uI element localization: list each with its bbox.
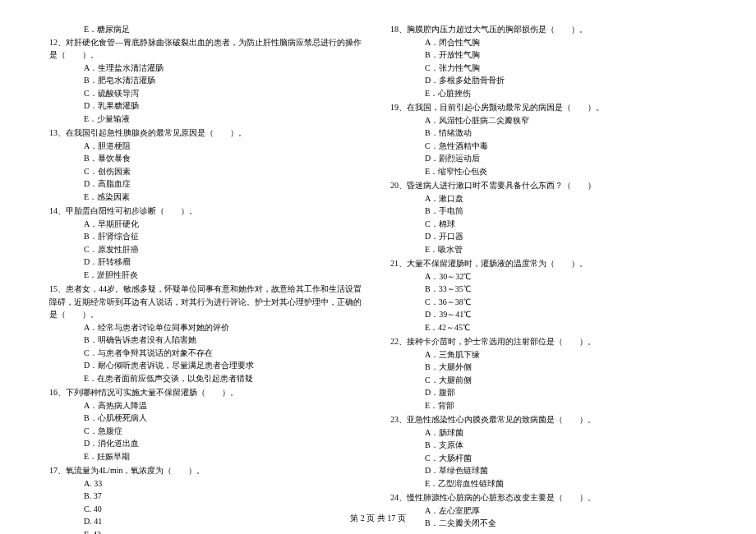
question-14: 14、甲胎蛋白阳性可初步诊断（ ）。 A．早期肝硬化 B．肝肾综合征 C．原发性… xyxy=(49,205,366,281)
question-22: 22、接种卡介苗时，护士常选用的注射部位是（ ）。 A．三角肌下缘 B．大腿外侧… xyxy=(390,335,707,412)
page-footer: 第 2 页 共 17 页 xyxy=(0,513,756,524)
q20-option-c: C．棉球 xyxy=(390,218,707,231)
q22-option-b: B．大腿外侧 xyxy=(390,361,707,374)
q13-option-c: C．创伤因素 xyxy=(49,165,366,178)
q21-option-e: E．42～45℃ xyxy=(390,321,707,334)
question-13: 13、在我国引起急性胰腺炎的最常见原因是（ ）。 A．胆道梗阻 B．暴饮暴食 C… xyxy=(49,127,366,203)
q22-option-a: A．三角肌下缘 xyxy=(390,348,707,361)
q19-option-d: D．剧烈运动后 xyxy=(390,152,707,165)
q19-stem: 19、在我国，目前引起心房颤动最常见的病因是（ ）。 xyxy=(390,101,707,114)
q19-option-a: A．风湿性心脏病二尖瓣狭窄 xyxy=(390,114,707,127)
q13-option-d: D．高脂血症 xyxy=(49,177,366,191)
q12-stem: 12、对肝硬化食管—胃底静脉曲张破裂出血的患者，为防止肝性脑病应禁忌进行的操作是… xyxy=(49,36,366,62)
q18-stem: 18、胸膜腔内压力超过大气压的胸部损伤是（ ）。 xyxy=(390,23,707,36)
question-23: 23、亚急性感染性心内膜炎最常见的致病菌是（ ）。 A．肠球菌 B．支原体 C．… xyxy=(390,413,707,490)
q23-option-a: A．肠球菌 xyxy=(390,426,707,440)
q16-option-d: D．消化道出血 xyxy=(49,437,366,450)
q14-option-a: A．早期肝硬化 xyxy=(49,218,366,231)
q16-option-e: E．妊娠早期 xyxy=(49,450,366,463)
q17-option-e: E. 43 xyxy=(49,528,366,535)
q23-option-c: C．大肠杆菌 xyxy=(390,452,707,465)
q20-option-e: E．吸水管 xyxy=(390,243,707,256)
q15-option-b: B．明确告诉患者没有人陷害她 xyxy=(49,334,366,347)
question-21: 21、大量不保留灌肠时，灌肠液的温度常为（ ）。 A．30～32℃ B．33～3… xyxy=(390,257,707,334)
q15-option-a: A．经常与患者讨论单位同事对她的评价 xyxy=(49,321,366,334)
q18-option-e: E．心脏挫伤 xyxy=(390,87,707,100)
q14-option-d: D．肝转移瘤 xyxy=(49,255,366,269)
q15-option-e: E．在患者面前应低声交谈，以免引起患者猜疑 xyxy=(49,372,366,385)
q12-option-d: D．乳果糖灌肠 xyxy=(49,99,366,113)
q20-stem: 20、昏迷病人进行漱口时不需要具备什么东西？（ ） xyxy=(390,179,707,192)
q15-option-d: D．耐心倾听患者诉说，尽量满足患者合理要求 xyxy=(49,359,366,372)
q16-option-b: B．心肌梗死病人 xyxy=(49,412,366,425)
q19-option-b: B．情绪激动 xyxy=(390,127,707,140)
q13-stem: 13、在我国引起急性胰腺炎的最常见原因是（ ）。 xyxy=(49,127,366,140)
left-column: E．糖尿病足 12、对肝硬化食管—胃底静脉曲张破裂出血的患者，为防止肝性脑病应禁… xyxy=(49,23,366,476)
question-16: 16、下列哪种情况可实施大量不保留灌肠（ ）。 A．高热病人降温 B．心肌梗死病… xyxy=(49,386,366,463)
q22-option-e: E．背部 xyxy=(390,399,707,412)
q20-option-d: D．开口器 xyxy=(390,230,707,243)
q17-option-b: B. 37 xyxy=(49,490,366,503)
q17-stem: 17、氧流量为4L/min，氧浓度为（ ）。 xyxy=(49,464,366,477)
q12-option-b: B．肥皂水清洁灌肠 xyxy=(49,74,366,87)
q22-option-c: C．大腿前侧 xyxy=(390,374,707,387)
q21-option-b: B．33～35℃ xyxy=(390,283,707,296)
q16-option-c: C．急腹症 xyxy=(49,425,366,438)
question-18: 18、胸膜腔内压力超过大气压的胸部损伤是（ ）。 A．闭合性气胸 B．开放性气胸… xyxy=(390,23,707,99)
q14-option-b: B．肝肾综合征 xyxy=(49,230,366,243)
q19-option-c: C．急性酒精中毒 xyxy=(390,140,707,153)
q21-option-a: A．30～32℃ xyxy=(390,270,707,283)
question-12: 12、对肝硬化食管—胃底静脉曲张破裂出血的患者，为防止肝性脑病应禁忌进行的操作是… xyxy=(49,36,366,126)
q14-option-e: E．淤胆性肝炎 xyxy=(49,269,366,282)
q21-stem: 21、大量不保留灌肠时，灌肠液的温度常为（ ）。 xyxy=(390,257,707,270)
q22-stem: 22、接种卡介苗时，护士常选用的注射部位是（ ）。 xyxy=(390,335,707,348)
q24-stem: 24、慢性肺源性心脏病的心脏形态改变主要是（ ）。 xyxy=(390,491,707,504)
question-19: 19、在我国，目前引起心房颤动最常见的病因是（ ）。 A．风湿性心脏病二尖瓣狭窄… xyxy=(390,101,707,177)
q11-option-e: E．糖尿病足 xyxy=(49,23,366,36)
q20-option-a: A．漱口盘 xyxy=(390,192,707,205)
q15-option-c: C．与患者争辩其说话的对象不存在 xyxy=(49,347,366,360)
q16-stem: 16、下列哪种情况可实施大量不保留灌肠（ ）。 xyxy=(49,386,366,399)
q17-option-a: A. 33 xyxy=(49,477,366,490)
q12-option-a: A．生理盐水清洁灌肠 xyxy=(49,62,366,75)
q13-option-a: A．胆道梗阻 xyxy=(49,140,366,153)
q16-option-a: A．高热病人降温 xyxy=(49,399,366,412)
q20-option-b: B．手电筒 xyxy=(390,205,707,218)
q19-option-e: E．缩窄性心包炎 xyxy=(390,165,707,178)
q15-stem: 15、患者女，44岁。敏感多疑，怀疑单位同事有意和她作对，故意给其工作和生活设置… xyxy=(49,283,366,321)
q23-option-d: D．草绿色链球菌 xyxy=(390,464,707,477)
right-column: 18、胸膜腔内压力超过大气压的胸部损伤是（ ）。 A．闭合性气胸 B．开放性气胸… xyxy=(390,23,707,476)
q18-option-c: C．张力性气胸 xyxy=(390,62,707,75)
q21-option-c: C．36～38℃ xyxy=(390,296,707,309)
q13-option-e: E．感染因素 xyxy=(49,191,366,204)
question-20: 20、昏迷病人进行漱口时不需要具备什么东西？（ ） A．漱口盘 B．手电筒 C．… xyxy=(390,179,707,255)
q18-option-d: D．多根多处肋骨骨折 xyxy=(390,74,707,87)
q13-option-b: B．暴饮暴食 xyxy=(49,152,366,165)
q14-stem: 14、甲胎蛋白阳性可初步诊断（ ）。 xyxy=(49,205,366,218)
q12-option-e: E．少量输液 xyxy=(49,113,366,126)
q18-option-b: B．开放性气胸 xyxy=(390,48,707,62)
q12-option-c: C．硫酸镁导泻 xyxy=(49,87,366,100)
q14-option-c: C．原发性肝癌 xyxy=(49,243,366,256)
q23-stem: 23、亚急性感染性心内膜炎最常见的致病菌是（ ）。 xyxy=(390,413,707,426)
q23-option-e: E．乙型溶血性链球菌 xyxy=(390,477,707,490)
page-container: E．糖尿病足 12、对肝硬化食管—胃底静脉曲张破裂出血的患者，为防止肝性脑病应禁… xyxy=(0,0,756,493)
question-15: 15、患者女，44岁。敏感多疑，怀疑单位同事有意和她作对，故意给其工作和生活设置… xyxy=(49,283,366,384)
q18-option-a: A．闭合性气胸 xyxy=(390,36,707,49)
q22-option-d: D．腹部 xyxy=(390,386,707,399)
q21-option-d: D．39～41℃ xyxy=(390,308,707,321)
q23-option-b: B．支原体 xyxy=(390,439,707,452)
